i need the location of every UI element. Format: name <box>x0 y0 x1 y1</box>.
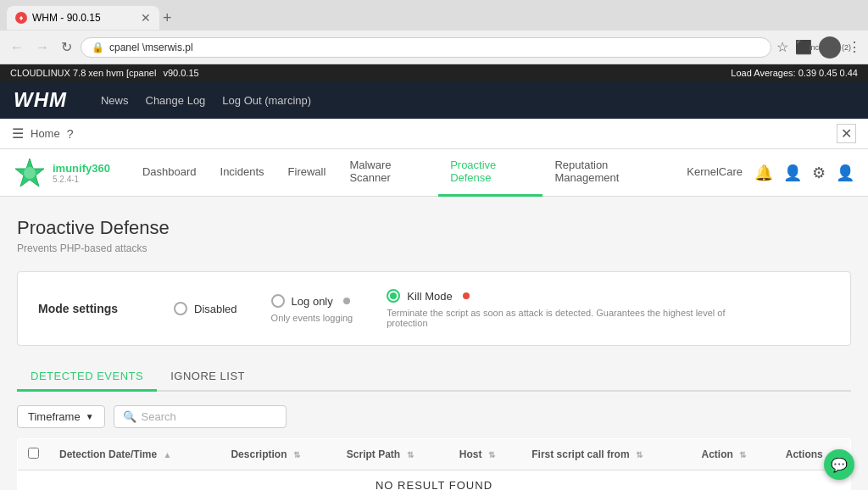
tab-close-icon[interactable]: ✕ <box>141 11 151 25</box>
tabs-bar: DETECTED EVENTS IGNORE LIST <box>17 363 851 392</box>
col-first-script[interactable]: First script call from ⇅ <box>521 439 691 471</box>
address-box[interactable]: 🔒 cpanel \mserwis.pl <box>81 37 771 58</box>
refresh-button[interactable]: ↻ <box>58 37 75 57</box>
page-title: Proactive Defense <box>17 217 851 239</box>
system-version: v90.0.15 <box>163 68 198 78</box>
search-box[interactable]: 🔍 <box>114 405 287 428</box>
filters-row: Timeframe ▼ 🔍 <box>17 405 851 428</box>
dropdown-arrow-icon: ▼ <box>86 412 94 421</box>
bookmark-icon[interactable]: ☆ <box>776 39 788 55</box>
tab-detected-events[interactable]: DETECTED EVENTS <box>17 363 157 392</box>
whm-toolbar: WHM News Change Log Log Out (marcinp) <box>0 81 868 119</box>
menu-incidents[interactable]: Incidents <box>209 149 276 197</box>
col-action[interactable]: Action ⇅ <box>691 439 775 471</box>
chat-bubble[interactable]: 💬 <box>824 449 854 480</box>
whm-logo: WHM <box>14 88 67 112</box>
col-host[interactable]: Host ⇅ <box>449 439 521 471</box>
data-table: Detection Date/Time ▲ Description ⇅ Scri… <box>17 438 851 490</box>
imunify-logo: imunify360 5.2.4-1 <box>14 157 110 189</box>
imunify-menu: Dashboard Incidents Firewall Malware Sca… <box>131 149 754 197</box>
svg-point-1 <box>24 167 36 179</box>
browser-tab-bar: ♦ WHM - 90.0.15 ✕ + <box>0 0 868 31</box>
breadcrumb-bar: ☰ Home ? ✕ <box>0 119 868 149</box>
mode-option-logonly[interactable]: Log only Only events logging <box>271 294 353 323</box>
tab-title: WHM - 90.0.15 <box>32 12 136 24</box>
whm-nav-logout[interactable]: Log Out (marcinp) <box>222 94 311 107</box>
menu-proactive-defense[interactable]: Proactive Defense <box>438 149 542 197</box>
address-text: cpanel \mserwis.pl <box>109 42 760 53</box>
page-subtitle: Prevents PHP-based attacks <box>17 242 851 254</box>
menu-dashboard[interactable]: Dashboard <box>131 149 209 197</box>
imunify-logo-icon <box>14 157 46 189</box>
lock-icon: 🔒 <box>92 42 104 53</box>
col-checkbox <box>18 439 50 471</box>
imunify-logo-text: imunify360 5.2.4-1 <box>53 162 110 184</box>
chat-icon: 💬 <box>831 457 848 473</box>
imunify-nav: imunify360 5.2.4-1 Dashboard Incidents F… <box>0 149 868 197</box>
logonly-dot <box>343 298 350 304</box>
mode-option-killmode[interactable]: Kill Mode Terminate the script as soon a… <box>387 289 743 328</box>
browser-address-bar: ← → ↻ 🔒 cpanel \mserwis.pl ☆ ⬛ Incognito… <box>0 31 868 64</box>
col-description[interactable]: Description ⇅ <box>220 439 336 471</box>
menu-firewall[interactable]: Firewall <box>276 149 338 197</box>
col-script-path[interactable]: Script Path ⇅ <box>337 439 449 471</box>
new-tab-button[interactable]: + <box>163 9 172 27</box>
profile-button[interactable]: Incognito (2) <box>819 36 841 58</box>
mode-name-disabled: Disabled <box>194 303 237 315</box>
mode-name-killmode: Kill Mode <box>407 290 452 303</box>
select-all-checkbox[interactable] <box>28 448 39 459</box>
killmode-desc: Terminate the script as soon as attack i… <box>387 308 743 328</box>
browser-chrome: ♦ WHM - 90.0.15 ✕ + ← → ↻ 🔒 cpanel \mser… <box>0 0 868 81</box>
system-load: Load Averages: 0.39 0.45 0.44 <box>731 68 858 78</box>
table-header-row: Detection Date/Time ▲ Description ⇅ Scri… <box>18 439 851 471</box>
system-bar: CLOUDLINUX 7.8 xen hvm [cpanel v90.0.15 … <box>0 64 868 81</box>
sort-icon-first-script: ⇅ <box>636 450 643 459</box>
user-icon[interactable]: 👤 <box>836 164 854 182</box>
no-result-row: NO RESULT FOUND <box>18 471 851 491</box>
support-icon[interactable]: 👤 <box>783 164 802 182</box>
logonly-desc: Only events logging <box>271 313 353 323</box>
killmode-dot <box>463 292 470 299</box>
back-button[interactable]: ← <box>7 38 27 57</box>
radio-disabled[interactable] <box>174 302 187 315</box>
radio-logonly[interactable] <box>271 294 285 308</box>
menu-kernelcare[interactable]: KernelCare <box>675 149 754 197</box>
settings-icon[interactable]: ⚙ <box>812 164 826 182</box>
whm-nav-news[interactable]: News <box>101 94 129 107</box>
whm-logo-text: WHM <box>14 88 67 111</box>
mode-name-logonly: Log only <box>292 295 333 308</box>
logo-name: imunify360 <box>53 162 110 175</box>
main-content: Proactive Defense Prevents PHP-based att… <box>0 197 868 490</box>
forward-button[interactable]: → <box>32 38 53 57</box>
browser-actions: ☆ ⬛ Incognito (2) ⋮ <box>776 36 861 58</box>
whm-nav-changelog[interactable]: Change Log <box>146 94 206 107</box>
menu-icon[interactable]: ⋮ <box>848 39 861 55</box>
tab-favicon: ♦ <box>15 12 27 24</box>
sort-icon-desc: ⇅ <box>293 450 300 459</box>
sort-icon-action: ⇅ <box>739 450 746 459</box>
col-detection-datetime[interactable]: Detection Date/Time ▲ <box>49 439 220 471</box>
help-icon[interactable]: ? <box>67 127 74 141</box>
mode-option-disabled[interactable]: Disabled <box>174 302 237 315</box>
whm-nav: News Change Log Log Out (marcinp) <box>101 94 311 107</box>
timeframe-dropdown[interactable]: Timeframe ▼ <box>17 405 105 428</box>
menu-reputation-management[interactable]: Reputation Management <box>542 149 675 197</box>
page-container: ☰ Home ? ✕ imunify360 5.2.4-1 Dashboard … <box>0 119 868 490</box>
tab-ignore-list[interactable]: IGNORE LIST <box>157 363 259 392</box>
search-icon: 🔍 <box>123 410 136 423</box>
menu-malware-scanner[interactable]: Malware Scanner <box>337 149 438 197</box>
imunify-toolbar-icons: 🔔 👤 ⚙ 👤 <box>754 164 854 182</box>
mode-settings-card: Mode settings Disabled Log only Only eve… <box>17 271 851 346</box>
close-button[interactable]: ✕ <box>837 124 856 143</box>
sort-icon-datetime: ▲ <box>164 450 172 459</box>
browser-tab[interactable]: ♦ WHM - 90.0.15 ✕ <box>7 6 159 30</box>
notification-icon[interactable]: 🔔 <box>754 164 773 182</box>
sort-icon-path: ⇅ <box>407 450 414 459</box>
logo-version: 5.2.4-1 <box>53 175 110 184</box>
hamburger-icon[interactable]: ☰ <box>12 125 24 142</box>
search-input[interactable] <box>142 410 277 423</box>
no-result-text: NO RESULT FOUND <box>18 471 851 491</box>
sort-icon-host: ⇅ <box>488 450 495 459</box>
radio-killmode[interactable] <box>387 289 400 303</box>
breadcrumb-home[interactable]: Home <box>31 127 60 140</box>
